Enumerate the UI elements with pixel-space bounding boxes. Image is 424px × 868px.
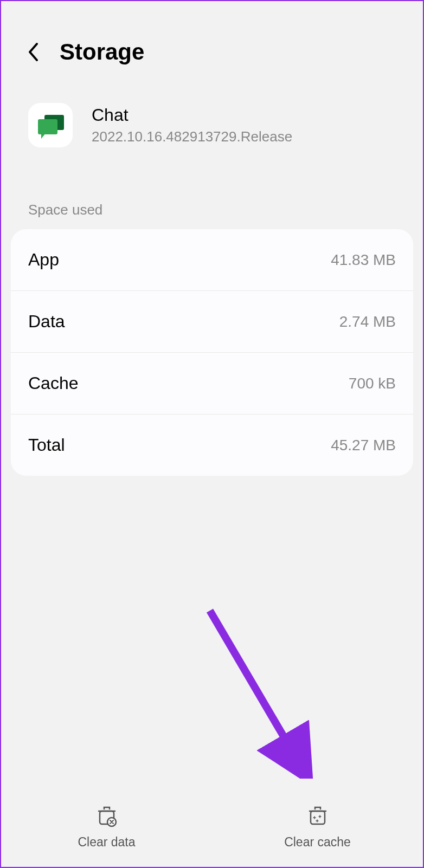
storage-row-data: Data 2.74 MB xyxy=(11,291,413,353)
storage-value: 2.74 MB xyxy=(339,313,396,331)
header: Storage xyxy=(1,1,423,87)
chevron-left-icon xyxy=(28,42,38,62)
section-header: Space used xyxy=(1,174,423,229)
clear-data-label: Clear data xyxy=(78,835,135,850)
clear-data-icon xyxy=(95,806,118,828)
clear-cache-label: Clear cache xyxy=(284,835,351,850)
storage-value: 45.27 MB xyxy=(331,437,396,454)
storage-label: App xyxy=(28,250,59,270)
storage-label: Total xyxy=(28,435,65,455)
storage-row-app: App 41.83 MB xyxy=(11,229,413,291)
bottom-actions: Clear data Clear cache xyxy=(1,788,423,867)
storage-card: App 41.83 MB Data 2.74 MB Cache 700 kB T… xyxy=(11,229,413,476)
app-info: Chat 2022.10.16.482913729.Release xyxy=(1,87,423,174)
clear-cache-icon xyxy=(306,806,329,828)
page-title: Storage xyxy=(60,39,144,65)
app-details: Chat 2022.10.16.482913729.Release xyxy=(92,105,292,145)
storage-label: Cache xyxy=(28,373,79,393)
svg-rect-5 xyxy=(311,811,325,824)
app-version: 2022.10.16.482913729.Release xyxy=(92,128,292,145)
annotation-arrow xyxy=(202,605,321,779)
svg-line-1 xyxy=(210,611,302,768)
clear-data-button[interactable]: Clear data xyxy=(1,788,212,867)
storage-row-cache: Cache 700 kB xyxy=(11,353,413,414)
storage-value: 41.83 MB xyxy=(331,251,396,269)
app-icon xyxy=(28,103,73,147)
storage-row-total: Total 45.27 MB xyxy=(11,414,413,476)
storage-label: Data xyxy=(28,312,65,332)
storage-value: 700 kB xyxy=(349,375,396,392)
app-name: Chat xyxy=(92,105,292,125)
clear-cache-button[interactable]: Clear cache xyxy=(212,788,423,867)
back-button[interactable] xyxy=(25,39,41,65)
